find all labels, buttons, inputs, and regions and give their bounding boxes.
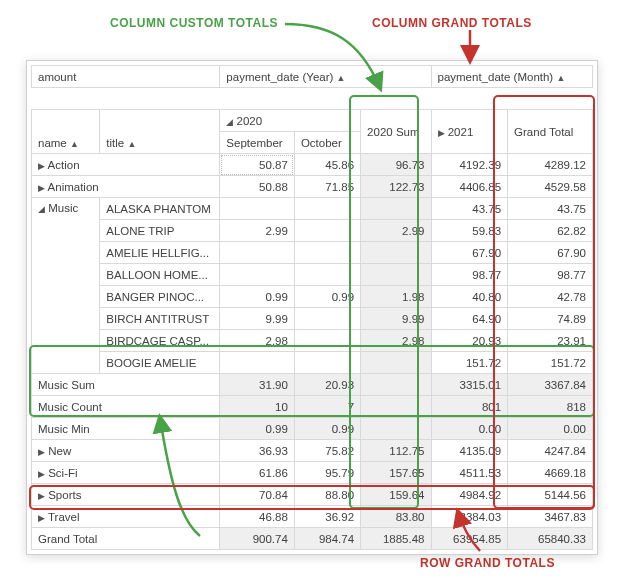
cell bbox=[220, 352, 295, 374]
cell bbox=[361, 418, 431, 440]
cell: 71.85 bbox=[294, 176, 360, 198]
cell: 61.86 bbox=[220, 462, 295, 484]
row-label: Sci-Fi bbox=[48, 467, 77, 479]
row-header-title[interactable]: AMELIE HELLFIG... bbox=[100, 242, 220, 264]
cell: 74.89 bbox=[508, 308, 593, 330]
col-header-grand-total[interactable]: Grand Total bbox=[508, 110, 593, 154]
cell: 64.90 bbox=[431, 308, 508, 330]
cell: 63954.85 bbox=[431, 528, 508, 550]
cell bbox=[294, 352, 360, 374]
row-label: Music Min bbox=[38, 423, 90, 435]
cell bbox=[361, 264, 431, 286]
cell: 5144.56 bbox=[508, 484, 593, 506]
row-header-new[interactable]: ▶ New bbox=[32, 440, 220, 462]
cell bbox=[294, 264, 360, 286]
cell: 4529.58 bbox=[508, 176, 593, 198]
table-row: ▶ Animation 50.88 71.85 122.73 4406.85 4… bbox=[32, 176, 593, 198]
row-header-title[interactable]: BALLOON HOME... bbox=[100, 264, 220, 286]
cell bbox=[361, 374, 431, 396]
col-header-text: 2021 bbox=[448, 126, 474, 138]
field-col-month[interactable]: payment_date (Month) ▲ bbox=[431, 66, 593, 88]
cell: 4192.39 bbox=[431, 154, 508, 176]
cell bbox=[294, 198, 360, 220]
cell: 0.99 bbox=[220, 286, 295, 308]
table-row: ◢ Music ALASKA PHANTOM 43.75 43.75 bbox=[32, 198, 593, 220]
col-header-2020-sum[interactable]: 2020 Sum bbox=[361, 110, 431, 154]
cell: 0.99 bbox=[220, 418, 295, 440]
pivot-grid: amount payment_date (Year) ▲ payment_dat… bbox=[26, 60, 598, 555]
expand-icon: ▶ bbox=[38, 161, 45, 171]
field-row-name[interactable]: name ▲ bbox=[32, 110, 100, 154]
cell: 88.80 bbox=[294, 484, 360, 506]
row-header-title[interactable]: BIRDCAGE CASP... bbox=[100, 330, 220, 352]
field-col-year[interactable]: payment_date (Year) ▲ bbox=[220, 66, 431, 88]
row-label: ALASKA PHANTOM bbox=[106, 203, 211, 215]
cell: 4135.09 bbox=[431, 440, 508, 462]
row-label: Music bbox=[48, 202, 78, 214]
cell bbox=[220, 242, 295, 264]
cell: 4247.84 bbox=[508, 440, 593, 462]
cell: 65840.33 bbox=[508, 528, 593, 550]
table-row: ▶ Sci-Fi 61.86 95.79 157.65 4511.53 4669… bbox=[32, 462, 593, 484]
cell: 3384.03 bbox=[431, 506, 508, 528]
cell: 900.74 bbox=[220, 528, 295, 550]
col-header-text: September bbox=[226, 137, 282, 149]
label-column-custom-totals: COLUMN CUSTOM TOTALS bbox=[110, 16, 278, 30]
table-row-music-min: Music Min 0.99 0.99 0.00 0.00 bbox=[32, 418, 593, 440]
pivot-table: amount payment_date (Year) ▲ payment_dat… bbox=[31, 65, 593, 550]
row-header-music[interactable]: ◢ Music bbox=[32, 198, 100, 374]
cell: 0.99 bbox=[294, 286, 360, 308]
row-header-animation[interactable]: ▶ Animation bbox=[32, 176, 220, 198]
cell bbox=[361, 242, 431, 264]
cell: 3315.01 bbox=[431, 374, 508, 396]
cell: 50.87 bbox=[220, 154, 295, 176]
row-label: BIRCH ANTITRUST bbox=[106, 313, 209, 325]
row-label: BANGER PINOC... bbox=[106, 291, 204, 303]
cell: 801 bbox=[431, 396, 508, 418]
cell bbox=[361, 352, 431, 374]
expand-icon: ▶ bbox=[438, 128, 445, 138]
row-header-title[interactable]: BANGER PINOC... bbox=[100, 286, 220, 308]
cell: 95.79 bbox=[294, 462, 360, 484]
col-header-october[interactable]: October bbox=[294, 132, 360, 154]
row-header-title[interactable]: ALONE TRIP bbox=[100, 220, 220, 242]
cell: 2.98 bbox=[220, 330, 295, 352]
col-header-september[interactable]: September bbox=[220, 132, 295, 154]
row-header-sports[interactable]: ▶ Sports bbox=[32, 484, 220, 506]
row-header-title[interactable]: BOOGIE AMELIE bbox=[100, 352, 220, 374]
row-header-action[interactable]: ▶ Action bbox=[32, 154, 220, 176]
cell: 3467.83 bbox=[508, 506, 593, 528]
col-header-2021[interactable]: ▶ 2021 bbox=[431, 110, 508, 154]
field-label: payment_date (Year) bbox=[226, 71, 333, 83]
row-label: BIRDCAGE CASP... bbox=[106, 335, 209, 347]
row-header-title[interactable]: ALASKA PHANTOM bbox=[100, 198, 220, 220]
cell bbox=[294, 220, 360, 242]
cell: 23.91 bbox=[508, 330, 593, 352]
field-row-title[interactable]: title ▲ bbox=[100, 110, 220, 154]
row-header-title[interactable]: BIRCH ANTITRUST bbox=[100, 308, 220, 330]
cell: 70.84 bbox=[220, 484, 295, 506]
cell: 36.93 bbox=[220, 440, 295, 462]
cell: 157.65 bbox=[361, 462, 431, 484]
cell: 20.93 bbox=[294, 374, 360, 396]
row-header-travel[interactable]: ▶ Travel bbox=[32, 506, 220, 528]
row-label: Music Sum bbox=[38, 379, 95, 391]
table-row-music-sum: Music Sum 31.90 20.93 3315.01 3367.84 bbox=[32, 374, 593, 396]
sort-asc-icon: ▲ bbox=[337, 73, 346, 83]
cell: 46.88 bbox=[220, 506, 295, 528]
field-data-area[interactable]: amount bbox=[32, 66, 220, 88]
cell: 83.80 bbox=[361, 506, 431, 528]
col-header-2020[interactable]: ◢ 2020 bbox=[220, 110, 361, 132]
row-header-scifi[interactable]: ▶ Sci-Fi bbox=[32, 462, 220, 484]
row-label: BOOGIE AMELIE bbox=[106, 357, 196, 369]
cell: 98.77 bbox=[431, 264, 508, 286]
col-header-text: 2020 bbox=[237, 115, 263, 127]
field-label: name bbox=[38, 137, 67, 149]
cell: 96.73 bbox=[361, 154, 431, 176]
row-label: BALLOON HOME... bbox=[106, 269, 208, 281]
cell: 0.99 bbox=[294, 418, 360, 440]
cell: 67.90 bbox=[508, 242, 593, 264]
cell: 7 bbox=[294, 396, 360, 418]
field-label: payment_date (Month) bbox=[438, 71, 554, 83]
cell: 36.92 bbox=[294, 506, 360, 528]
